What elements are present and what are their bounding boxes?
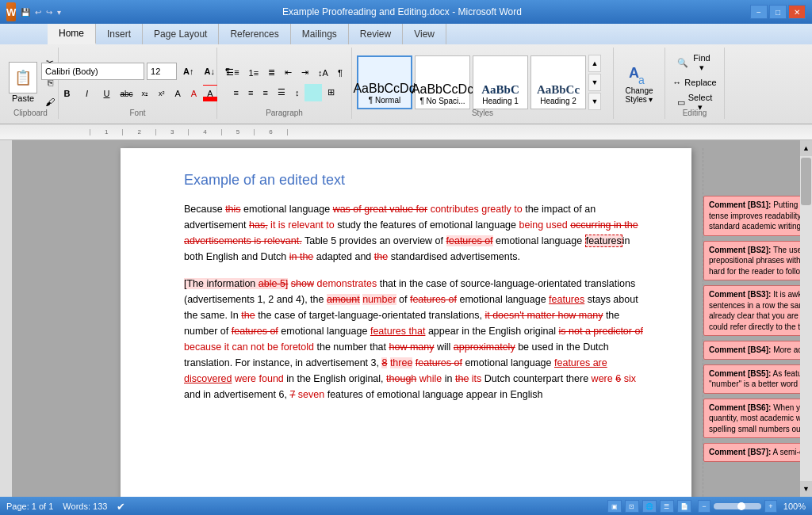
style-no-spacing[interactable]: AaBbCcDc ¶ No Spaci... [415, 55, 470, 109]
tab-references[interactable]: References [219, 24, 290, 44]
underline-button[interactable]: U [98, 85, 115, 102]
del-was: was of great value for [333, 204, 428, 215]
del-the: the [374, 251, 388, 262]
scroll-up-btn[interactable]: ▲ [800, 140, 812, 156]
scroll-down-btn[interactable]: ▼ [800, 481, 812, 497]
style-heading1[interactable]: AaBbC Heading 1 [473, 55, 528, 109]
paste-button[interactable]: 📋 Paste [8, 55, 38, 109]
scrollbar-left [0, 140, 12, 497]
zoom-thumb[interactable] [737, 502, 745, 510]
tab-mailings[interactable]: Mailings [291, 24, 349, 44]
change-styles-label: ChangeStyles ▾ [625, 86, 653, 104]
zoom-slider[interactable] [714, 503, 761, 509]
office-button[interactable]: W [6, 2, 16, 21]
shading-button[interactable] [304, 84, 322, 101]
superscript-button[interactable]: x² [155, 85, 169, 102]
comments-panel: Comment [BS1]: Putting this sentence in … [703, 196, 800, 467]
highlight-button[interactable]: A [187, 85, 201, 102]
scroll-thumb[interactable] [801, 158, 811, 205]
italic-button[interactable]: I [78, 85, 95, 102]
tab-review[interactable]: Review [349, 24, 403, 44]
style-normal[interactable]: AaBbCcDd ¶ Normal [357, 55, 412, 109]
comment-bs7: Comment [BS7]: A semi-colon is an... [703, 443, 800, 462]
ul-features2: features that [370, 326, 426, 337]
subscript-button[interactable]: x₂ [137, 85, 152, 102]
align-left-button[interactable]: ≡ [230, 84, 243, 101]
multilevel-button[interactable]: ≣ [264, 64, 279, 82]
comment-bs2-label: Comment [BS2]: [709, 246, 771, 254]
font-size-input[interactable] [147, 63, 177, 80]
zoom-out-btn[interactable]: − [698, 500, 710, 513]
ins-contributes: contributes greatly to [431, 204, 523, 215]
paragraph-2: [The information able 5] show demonstrat… [184, 276, 652, 402]
highlight-8: 8 [381, 357, 387, 368]
styles-label: Styles [352, 109, 613, 117]
justify-button[interactable]: ☰ [274, 84, 289, 101]
font-grow-button[interactable]: A↑ [179, 63, 197, 80]
styles-scroll-up[interactable]: ▲ [588, 55, 601, 72]
quick-save[interactable]: 💾 [21, 8, 30, 17]
find-icon: 🔍 [677, 58, 688, 68]
del-features-of4: features of [416, 357, 462, 368]
view-web-btn[interactable]: 🌐 [642, 500, 657, 513]
align-center-button[interactable]: ≡ [244, 84, 257, 101]
tab-home[interactable]: Home [48, 24, 96, 44]
tab-view[interactable]: View [403, 24, 446, 44]
document-content[interactable]: Example of an edited text Because this e… [12, 140, 800, 497]
del-6: 6 [615, 373, 621, 384]
bold-button[interactable]: B [58, 85, 75, 102]
page-title: Example of an edited text [184, 172, 652, 189]
line-spacing-button[interactable]: ↕ [291, 84, 304, 101]
minimize-button[interactable]: − [750, 5, 768, 19]
increase-indent-button[interactable]: ⇥ [297, 64, 312, 82]
zoom-in-btn[interactable]: + [764, 500, 777, 513]
font-name-input[interactable] [41, 63, 144, 80]
editing-label: Editing [665, 109, 724, 117]
paragraph-group: ☰≡ 1≡ ≣ ⇤ ⇥ ↕A ¶ ≡ ≡ ≡ ☰ ↕ ⊞ [217, 48, 352, 119]
font-color-button[interactable]: A [203, 85, 216, 102]
comment-bs3: Comment [BS3]: It is awkward to start tw… [703, 285, 800, 336]
ins-while: while [419, 373, 442, 384]
zoom-level: 100% [783, 502, 806, 511]
tab-insert[interactable]: Insert [96, 24, 143, 44]
comment-bs5-label: Comment [BS5]: [709, 369, 771, 378]
view-normal-btn[interactable]: ▣ [607, 500, 622, 513]
change-styles-button[interactable]: Aa ChangeStyles ▾ [619, 55, 660, 109]
styles-scroll: ▲ ▼ ▼ [588, 55, 601, 110]
restore-button[interactable]: □ [769, 5, 787, 19]
style-normal-label: ¶ Normal [369, 96, 400, 105]
font-shrink-button[interactable]: A↓ [201, 63, 219, 80]
font-group: A↑ A↓ ¶ B I U abc x₂ x² A A A Font [59, 48, 217, 119]
text-effects-button[interactable]: A [170, 85, 184, 102]
close-button[interactable]: ✕ [788, 5, 806, 19]
align-right-button[interactable]: ≡ [259, 84, 271, 101]
del-in-the: in the [289, 251, 314, 262]
scrollbar-right[interactable]: ▲ ▼ [800, 140, 812, 497]
ins-number: number [362, 294, 396, 305]
find-label: Find ▾ [691, 53, 712, 73]
document-page[interactable]: Example of an edited text Because this e… [121, 148, 691, 497]
styles-scroll-down[interactable]: ▼ [588, 74, 601, 91]
strikethrough-button[interactable]: abc [117, 85, 135, 102]
del-is-not: is not a predictor of [559, 326, 643, 337]
view-outline-btn[interactable]: ☰ [660, 500, 674, 513]
find-button[interactable]: 🔍 Find ▾ [670, 54, 719, 71]
decrease-indent-button[interactable]: ⇤ [281, 64, 296, 82]
styles-expand[interactable]: ▼ [588, 93, 601, 110]
sort-button[interactable]: ↕A [314, 64, 332, 82]
styles-group: AaBbCcDd ¶ Normal AaBbCcDc ¶ No Spaci...… [352, 48, 614, 119]
replace-button[interactable]: ↔ Replace [665, 74, 723, 91]
tab-page-layout[interactable]: Page Layout [143, 24, 219, 44]
bullets-button[interactable]: ☰≡ [222, 64, 243, 82]
window-title: Example Proofreading and Editing.docx - … [54, 6, 750, 17]
view-fullscreen-btn[interactable]: ⊡ [625, 500, 639, 513]
numbering-button[interactable]: 1≡ [245, 64, 263, 82]
ins-because: because it can not be foretold [184, 341, 314, 353]
quick-undo[interactable]: ↩ [35, 8, 41, 17]
style-heading2[interactable]: AaBbCc Heading 2 [530, 55, 586, 109]
view-draft-btn[interactable]: 📄 [677, 500, 691, 513]
quick-redo[interactable]: ↪ [46, 8, 52, 17]
show-hide-button[interactable]: ¶ [334, 64, 347, 82]
ins-three: three [390, 357, 413, 368]
borders-button[interactable]: ⊞ [324, 84, 339, 101]
